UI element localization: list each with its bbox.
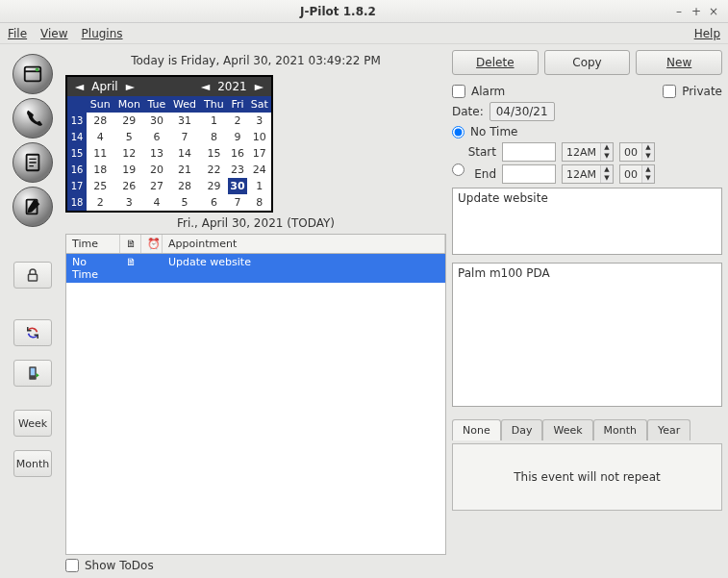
event-empty-area[interactable] [66, 283, 445, 554]
menu-file[interactable]: File [8, 27, 27, 40]
note-textarea[interactable]: Palm m100 PDA [452, 263, 722, 407]
cal-day-cell[interactable]: 26 [114, 178, 145, 194]
cal-day-cell[interactable]: 22 [200, 162, 227, 178]
cal-day-cell[interactable]: 5 [169, 194, 201, 211]
lock-button[interactable] [13, 262, 52, 289]
cal-day-cell[interactable]: 24 [247, 162, 271, 178]
chevron-down-icon[interactable]: ▼ [601, 174, 613, 183]
copy-button[interactable]: Copy [544, 50, 631, 75]
cal-day-cell[interactable]: 1 [247, 178, 271, 194]
chevron-up-icon[interactable]: ▲ [601, 143, 613, 152]
memo-icon[interactable] [13, 187, 53, 227]
cal-day-cell[interactable]: 2 [87, 194, 114, 211]
col-time[interactable]: Time [66, 235, 120, 253]
cal-day-cell[interactable]: 5 [114, 129, 145, 145]
cal-day-cell[interactable]: 13 [144, 145, 169, 162]
cal-day-cell[interactable]: 17 [247, 145, 271, 162]
cal-day-cell[interactable]: 19 [114, 162, 145, 178]
chevron-up-icon[interactable]: ▲ [601, 165, 613, 174]
chevron-down-icon[interactable]: ▼ [601, 152, 613, 161]
cal-day-cell[interactable]: 23 [228, 162, 248, 178]
end-time-input[interactable] [502, 164, 556, 184]
cal-day-cell[interactable]: 16 [228, 145, 248, 162]
end-min-spinner[interactable]: 00▲▼ [619, 164, 655, 184]
chevron-down-icon[interactable]: ▼ [642, 152, 654, 161]
start-time-input[interactable] [502, 142, 556, 162]
week-button[interactable]: Week [13, 410, 52, 437]
alarm-checkbox[interactable] [452, 85, 465, 98]
cal-day-cell[interactable]: 15 [200, 145, 227, 162]
cal-day-cell[interactable]: 30 [144, 113, 169, 129]
cal-day-cell[interactable]: 8 [200, 129, 227, 145]
event-title: Update website [163, 254, 445, 283]
cal-day-cell[interactable]: 3 [114, 194, 145, 211]
tab-none[interactable]: None [452, 419, 501, 440]
cal-day-cell[interactable]: 31 [169, 113, 201, 129]
cal-day-cell[interactable]: 28 [169, 178, 201, 194]
cal-day-cell[interactable]: 25 [87, 178, 114, 194]
cal-day-cell[interactable]: 2 [228, 113, 248, 129]
cal-prev-year-icon[interactable]: ◄ [197, 80, 213, 93]
new-button[interactable]: New [636, 50, 722, 75]
sync-button[interactable] [13, 319, 52, 346]
cal-day-cell[interactable]: 3 [247, 113, 271, 129]
end-ampm-spinner[interactable]: 12AM▲▼ [562, 164, 614, 184]
cal-day-cell[interactable]: 9 [228, 129, 248, 145]
cal-day-cell[interactable]: 6 [144, 129, 169, 145]
cal-next-year-icon[interactable]: ► [251, 80, 267, 93]
todo-icon[interactable] [13, 142, 53, 183]
cal-day-cell[interactable]: 20 [144, 162, 169, 178]
start-min-spinner[interactable]: 00▲▼ [619, 142, 655, 162]
cal-day-cell[interactable]: 7 [228, 194, 248, 211]
show-todos-row[interactable]: Show ToDos [65, 559, 446, 572]
notime-radio[interactable] [452, 126, 464, 138]
cal-day-cell[interactable]: 29 [114, 113, 145, 129]
private-checkbox[interactable] [663, 85, 676, 98]
cal-day-cell[interactable]: 29 [200, 178, 227, 194]
cal-day-cell[interactable]: 11 [87, 145, 114, 162]
menu-help[interactable]: Help [694, 27, 720, 40]
tab-year[interactable]: Year [647, 419, 690, 440]
close-icon[interactable]: × [705, 5, 722, 18]
show-todos-checkbox[interactable] [65, 559, 79, 572]
tab-day[interactable]: Day [501, 419, 543, 440]
cal-day-cell[interactable]: 30 [228, 178, 248, 194]
cal-day-cell[interactable]: 10 [247, 129, 271, 145]
col-appointment[interactable]: Appointment [163, 235, 445, 253]
chevron-up-icon[interactable]: ▲ [642, 165, 654, 174]
cal-day-cell[interactable]: 8 [247, 194, 271, 211]
month-button[interactable]: Month [13, 450, 52, 477]
tab-month[interactable]: Month [593, 419, 647, 440]
col-alarm-icon[interactable]: ⏰ [141, 235, 163, 253]
cal-day-cell[interactable]: 7 [169, 129, 201, 145]
chevron-down-icon[interactable]: ▼ [642, 174, 654, 183]
col-note-icon[interactable]: 🗎 [120, 235, 141, 253]
cal-day-cell[interactable]: 21 [169, 162, 201, 178]
cal-prev-month-icon[interactable]: ◄ [71, 80, 88, 93]
maximize-icon[interactable]: + [688, 5, 705, 18]
date-field[interactable]: 04/30/21 [490, 102, 555, 121]
description-textarea[interactable]: Update website [452, 188, 722, 255]
cal-day-cell[interactable]: 4 [87, 129, 114, 145]
tab-week[interactable]: Week [542, 419, 592, 440]
cal-day-cell[interactable]: 28 [87, 113, 114, 129]
cal-day-cell[interactable]: 18 [87, 162, 114, 178]
cal-day-cell[interactable]: 12 [114, 145, 145, 162]
device-button[interactable] [13, 360, 52, 387]
cal-day-cell[interactable]: 14 [169, 145, 201, 162]
cal-next-month-icon[interactable]: ► [122, 80, 138, 93]
cal-day-cell[interactable]: 6 [200, 194, 227, 211]
datebook-icon[interactable] [13, 54, 53, 94]
cal-day-cell[interactable]: 27 [144, 178, 169, 194]
address-icon[interactable] [13, 98, 53, 138]
menu-view[interactable]: View [40, 27, 67, 40]
cal-day-cell[interactable]: 4 [144, 194, 169, 211]
start-ampm-spinner[interactable]: 12AM▲▼ [562, 142, 614, 162]
cal-day-cell[interactable]: 1 [200, 113, 227, 129]
timed-radio[interactable] [452, 163, 464, 176]
menu-plugins[interactable]: Plugins [82, 27, 123, 40]
chevron-up-icon[interactable]: ▲ [642, 143, 654, 152]
minimize-icon[interactable]: – [670, 5, 688, 18]
delete-button[interactable]: Delete [452, 50, 539, 75]
event-row[interactable]: No Time 🗎 Update website [66, 254, 445, 283]
